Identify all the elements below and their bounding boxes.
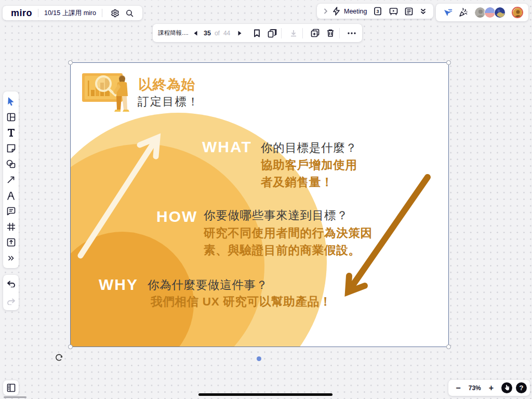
zoom-level[interactable]: 73%	[469, 384, 481, 392]
frame-title[interactable]: 課程簡報....	[158, 29, 190, 37]
zoom-out-button[interactable]: −	[451, 383, 465, 393]
pen-tool[interactable]	[4, 188, 18, 203]
how-answer-line2: 素、與驗證目前的商業假設。	[204, 245, 361, 257]
horizontal-scrollbar[interactable]	[4, 396, 26, 398]
slide-frame[interactable]: 以終為始 訂定目標！ WHAT 你的目標是什麼？ 協助客戶增加使用 者及銷售量！…	[71, 63, 448, 347]
what-question: 你的目標是什麼？	[261, 142, 357, 154]
frames-panel-button[interactable]	[3, 380, 19, 395]
why-answer: 我們相信 UX 研究可以幫助產品！	[151, 296, 331, 308]
help-button[interactable]: ?	[516, 382, 527, 393]
presenter-illustration	[82, 73, 129, 112]
what-label: WHAT	[202, 139, 252, 155]
delete-trash-icon[interactable]	[323, 25, 338, 41]
meeting-label[interactable]: Meeting	[344, 8, 367, 15]
more-tools[interactable]	[4, 251, 18, 265]
frame-tool[interactable]	[4, 219, 18, 234]
collapse-toolbar-icon[interactable]	[417, 4, 429, 19]
reactions-confetti-icon[interactable]	[456, 5, 471, 20]
text-tool[interactable]	[4, 125, 18, 140]
upload-tool[interactable]	[4, 235, 18, 250]
follow-cursor-icon[interactable]	[440, 5, 456, 20]
home-indicator	[198, 393, 332, 396]
collapse-chevron-icon[interactable]	[320, 4, 330, 19]
what-answer-line2: 者及銷售量！	[261, 177, 333, 189]
shapes-tool[interactable]	[4, 157, 18, 171]
of-label: of	[215, 30, 220, 37]
collaborator-avatar-3[interactable]	[494, 7, 506, 18]
undo-redo-bar	[3, 275, 19, 310]
zoom-bar: − 73% + ?	[448, 380, 530, 396]
lightning-icon[interactable]	[330, 4, 342, 19]
selection-handle-se[interactable]	[446, 344, 451, 349]
notes-icon[interactable]	[401, 4, 417, 19]
divider	[281, 28, 282, 38]
divider	[339, 28, 340, 38]
redo-button[interactable]	[4, 294, 18, 309]
sticky-note-tool[interactable]	[4, 141, 18, 156]
rotate-handle[interactable]	[55, 353, 63, 362]
selection-handle-sw[interactable]	[68, 344, 73, 349]
comment-tool[interactable]	[4, 204, 18, 218]
bookmark-icon[interactable]	[249, 25, 264, 41]
select-cursor-tool[interactable]	[4, 94, 18, 109]
settings-gear-icon[interactable]	[108, 6, 123, 20]
slide-title-line2: 訂定目標！	[138, 96, 200, 108]
slide-title-line1: 以終為始	[138, 78, 195, 92]
prev-frame-button[interactable]	[190, 25, 201, 41]
timer-icon[interactable]: 3	[370, 4, 385, 19]
miro-logo[interactable]: miro	[11, 8, 32, 19]
how-label: HOW	[156, 209, 197, 224]
templates-tool[interactable]	[4, 110, 18, 124]
app-header: miro 10/15 上課用 miro	[3, 6, 142, 20]
selection-handle-ne[interactable]	[446, 60, 451, 65]
board-title[interactable]: 10/15 上課用 miro	[44, 9, 96, 18]
how-answer-line1: 研究不同使用者間的行為決策因	[204, 228, 373, 240]
zoom-in-button[interactable]: +	[485, 383, 498, 393]
total-frame-number: 44	[223, 30, 230, 37]
why-label: WHY	[99, 277, 138, 292]
how-question: 你要做哪些事來達到目標？	[204, 210, 348, 222]
selection-handle-nw[interactable]	[68, 60, 73, 65]
collaborators-bar	[436, 4, 528, 21]
help-label: ?	[519, 384, 523, 392]
frames-toolbar: 課程簡報.... 35 of 44	[153, 24, 362, 42]
reactions-hand-button[interactable]	[501, 382, 512, 393]
divider	[38, 9, 38, 17]
timer-count: 3	[377, 9, 379, 14]
connector-tool[interactable]	[4, 172, 18, 187]
what-answer-line1: 協助客戶增加使用	[261, 159, 357, 171]
more-options-icon[interactable]	[344, 25, 360, 41]
meeting-toolbar: Meeting 3	[317, 4, 433, 19]
download-icon[interactable]	[286, 25, 301, 41]
creation-toolbar	[3, 91, 19, 268]
selected-frame[interactable]: 以終為始 訂定目標！ WHAT 你的目標是什麼？ 協助客戶增加使用 者及銷售量！…	[71, 63, 448, 347]
why-question: 你為什麼要做這件事？	[148, 280, 268, 291]
search-icon[interactable]	[123, 6, 137, 20]
present-screen-icon[interactable]	[385, 4, 401, 19]
divider	[302, 28, 303, 38]
pages-stack-icon[interactable]	[264, 25, 280, 41]
duplicate-icon[interactable]	[307, 25, 323, 41]
divider	[102, 9, 102, 17]
next-frame-button[interactable]	[234, 25, 245, 41]
undo-button[interactable]	[4, 276, 18, 291]
current-frame-number: 35	[204, 30, 211, 37]
frame-indicator-dot[interactable]	[257, 356, 261, 361]
current-user-avatar[interactable]	[512, 7, 523, 18]
